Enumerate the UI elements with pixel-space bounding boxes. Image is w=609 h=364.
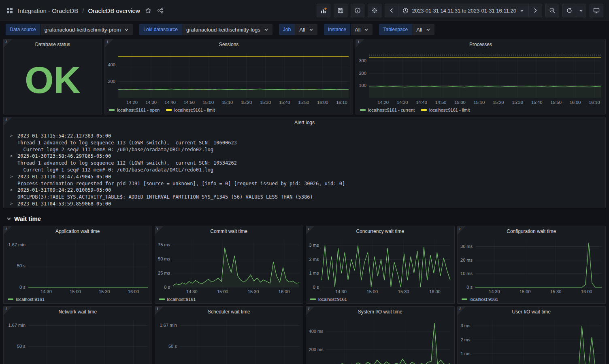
instance-filter-value[interactable]: All [351,24,373,35]
panel-title[interactable]: Concurrency wait time [306,226,454,237]
scheduler-wait-chart-canvas[interactable]: 0 s50 s1.67 min14:3015:0015:3016:00 [155,317,303,364]
svg-text:14:30: 14:30 [186,289,198,294]
share-icon[interactable] [156,6,164,15]
svg-text:15:40: 15:40 [531,100,543,105]
svg-text:14:30: 14:30 [145,100,157,105]
panel-info-icon[interactable]: i [155,226,164,235]
log-row-timestamp[interactable]: >2023-01-31T04:53:59.859068-05:00 [10,201,599,207]
loki-filter-label[interactable]: Loki datasource [139,24,182,35]
panel-info-icon[interactable]: i [4,39,13,48]
panel-info-icon[interactable]: i [4,117,13,126]
expand-caret-icon[interactable]: > [10,133,14,140]
dashboard-info-button[interactable] [351,4,364,17]
job-filter-label[interactable]: Job [279,24,295,35]
panel-info-icon[interactable]: i [458,226,466,235]
section-wait-time[interactable]: Wait time [0,211,609,226]
configuration-wait-legend: localhost:9161 [458,295,606,303]
sessions-chart-canvas[interactable]: 20040014:2014:3014:4014:5015:0015:1015:2… [105,50,353,106]
svg-text:14:50: 14:50 [183,100,195,105]
loki-filter-value[interactable]: grafanacloud-keithschmitty-logs [182,24,273,35]
datasource-filter-label[interactable]: Data source [6,24,40,35]
panel-info-icon[interactable]: i [458,307,466,315]
panel-title[interactable]: User I/O wait time [458,307,606,317]
log-line: ORCLPDB(3):TABLE SYS.ACTIVITY_TABLE$: AD… [10,194,599,201]
commit-wait-chart-canvas[interactable]: 0 s25 ms50 ms75 ms14:3015:0015:3016:00 [155,237,303,295]
concurrency-wait-chart-canvas[interactable]: 0 s1 ms2 ms3 ms14:3015:0015:3016:00 [306,237,454,295]
panel-info-icon[interactable]: i [306,307,315,315]
system-io-wait-chart-canvas[interactable]: 0 s200 ms400 ms14:3015:0015:3016:00 [306,317,454,364]
panel-title[interactable]: Application wait time [4,226,152,237]
refresh-button[interactable] [562,4,576,17]
star-icon[interactable] [144,6,152,15]
expand-caret-icon[interactable]: > [10,187,14,194]
filter-datasource: Data source grafanacloud-keithschmitty-p… [6,24,133,35]
user-io-wait-chart-canvas[interactable]: 0 s1 ms2 ms3 ms14:3015:0015:3016:00 [458,317,606,364]
svg-text:15:00: 15:00 [367,289,378,294]
refresh-interval-dropdown[interactable] [576,4,586,17]
panel-user-io-wait-time: i User I/O wait time 0 s1 ms2 ms3 ms14:3… [457,306,606,364]
processes-chart-canvas[interactable]: 10020030014:2014:3014:4014:5015:0015:101… [356,50,605,106]
zoom-out-time-button[interactable] [545,4,559,17]
svg-text:0 s: 0 s [313,285,319,290]
network-wait-chart-canvas[interactable]: 0 s50 s1.67 min14:3015:0015:3016:00 [4,317,152,364]
expand-caret-icon[interactable]: > [10,174,14,180]
panel-title[interactable]: Database status [4,39,102,50]
panel-info-icon[interactable]: i [4,226,13,235]
panel-title[interactable]: Sessions [105,39,353,50]
panel-info-icon[interactable]: i [356,39,365,48]
svg-text:50 s: 50 s [17,263,26,268]
legend-item[interactable]: localhost:9161 - limit [166,108,215,112]
log-row-timestamp[interactable]: >2023-01-31T09:24:22.010059-05:00 [10,187,599,194]
add-panel-button[interactable] [317,4,330,17]
panel-info-icon[interactable]: i [4,307,13,315]
svg-text:15:30: 15:30 [247,289,259,294]
instance-filter-label[interactable]: Instance [324,24,350,35]
time-range-forward-button[interactable] [528,4,542,17]
apps-grid-icon[interactable] [6,6,14,15]
legend-item[interactable]: localhost:9161 - open [109,108,160,112]
legend-item[interactable]: localhost:9161 [159,297,196,302]
panel-title[interactable]: Alert logs [4,117,605,128]
time-range-picker[interactable]: 2023-01-31 14:11:31 to 2023-01-31 16:11:… [398,4,529,17]
svg-text:14:40: 14:40 [164,100,176,105]
panel-title[interactable]: Processes [356,39,605,50]
panel-title[interactable]: System I/O wait time [306,307,454,317]
tablespace-filter-label[interactable]: Tablespace [379,24,412,35]
svg-text:50 s: 50 s [168,344,177,349]
configuration-wait-chart-canvas[interactable]: 0 s10 ms20 ms30 ms14:3015:0015:3016:00 [458,237,606,295]
legend-item[interactable]: localhost:9161 [462,297,498,302]
panel-info-icon[interactable]: i [155,307,164,315]
log-row-timestamp[interactable]: >2023-01-31T15:54:22.127383-05:00 [10,133,599,140]
panel-configuration-wait-time: i Configuration wait time 0 s10 ms20 ms3… [457,226,606,304]
job-filter-value[interactable]: All [295,24,317,35]
expand-caret-icon[interactable]: > [10,201,14,207]
breadcrumb-separator: / [82,7,84,14]
svg-text:30 ms: 30 ms [460,244,473,249]
panel-title[interactable]: Configuration wait time [458,226,606,237]
legend-item[interactable]: localhost:9161 - limit [421,108,470,112]
log-row-timestamp[interactable]: >2023-01-30T23:58:46.297865-05:00 [10,153,599,160]
log-row-timestamp[interactable]: >2023-01-31T10:18:47.479045-05:00 [10,174,599,180]
tablespace-filter-value[interactable]: All [412,24,434,35]
datasource-filter-value[interactable]: grafanacloud-keithschmitty-prom [40,24,133,35]
legend-item[interactable]: localhost:9161 [310,297,347,302]
time-range-back-button[interactable] [385,4,398,17]
dashboard-settings-button[interactable] [368,4,381,17]
breadcrumb-root[interactable]: Integration - OracleDB [18,7,78,14]
panel-title[interactable]: Scheduler wait time [155,307,303,317]
panel-scheduler-wait-time: i Scheduler wait time 0 s50 s1.67 min14:… [155,306,304,364]
panel-title[interactable]: Commit wait time [155,226,303,237]
panel-application-wait-time: i Application wait time 0 s50 s1.67 min1… [3,226,152,304]
legend-item[interactable]: localhost:9161 - current [360,108,415,112]
expand-caret-icon[interactable]: > [10,153,14,160]
svg-text:1.67 min: 1.67 min [160,323,177,328]
kiosk-mode-button[interactable] [590,4,603,17]
svg-text:15:40: 15:40 [279,100,290,105]
panel-title[interactable]: Network wait time [4,307,152,317]
panel-info-icon[interactable]: i [105,39,114,48]
save-dashboard-button[interactable] [334,4,347,17]
application-wait-chart-canvas[interactable]: 0 s50 s1.67 min14:3015:0015:3016:00 [4,237,152,295]
panel-system-io-wait-time: i System I/O wait time 0 s200 ms400 ms14… [306,306,455,364]
panel-info-icon[interactable]: i [306,226,315,235]
legend-item[interactable]: localhost:9161 [8,297,45,302]
